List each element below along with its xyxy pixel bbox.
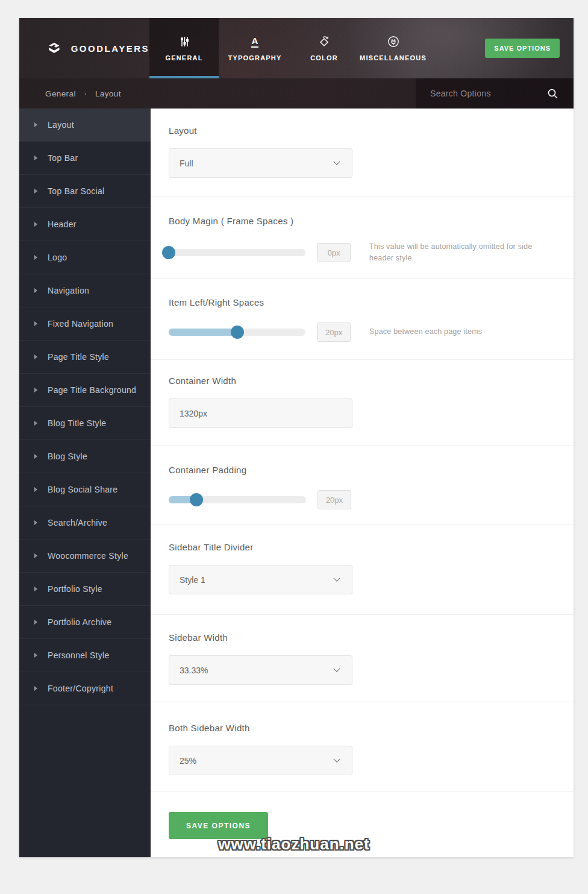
sidebar-item-header[interactable]: Header xyxy=(19,208,151,241)
sidebar-width-select[interactable]: 33.33% xyxy=(169,655,352,685)
search-options-input[interactable] xyxy=(430,89,547,98)
container-padding-label: Container Padding xyxy=(169,465,553,475)
sidebar-item-label: Portfolio Archive xyxy=(48,617,111,627)
sidebar-item-personnel-style[interactable]: Personnel Style xyxy=(19,639,151,672)
both-sidebar-width-label: Both Sidebar Width xyxy=(169,723,553,733)
plug-icon xyxy=(387,35,400,48)
item-spaces-value: 20px xyxy=(317,323,351,342)
sidebar-item-label: Navigation xyxy=(48,286,89,295)
sidebar-item-portfolio-style[interactable]: Portfolio Style xyxy=(19,573,151,606)
sidebar-item-fixed-navigation[interactable]: Fixed Navigation xyxy=(19,307,151,341)
layout-select[interactable]: Full xyxy=(169,148,352,178)
chevron-right-icon xyxy=(34,156,37,160)
chevron-right-icon xyxy=(34,487,37,492)
breadcrumb-bar: General › Layout xyxy=(19,78,574,109)
tab-miscellaneous[interactable]: MISCELLANEOUS xyxy=(357,18,429,78)
sidebar-item-label: Fixed Navigation xyxy=(48,319,113,329)
chevron-down-icon xyxy=(333,665,340,672)
section-container-width: Container Width xyxy=(151,360,574,446)
both-sidebar-width-select[interactable]: 25% xyxy=(169,746,352,775)
tab-typography[interactable]: A TYPOGRAPHY xyxy=(219,18,291,78)
section-sidebar-width: Sidebar Width 33.33% xyxy=(151,615,574,702)
sidebar-item-top-bar[interactable]: Top Bar xyxy=(19,142,151,175)
sidebar-item-portfolio-archive[interactable]: Portfolio Archive xyxy=(19,606,151,639)
container-padding-value: 20px xyxy=(317,490,351,509)
both-sidebar-width-value: 25% xyxy=(180,756,196,766)
body-margin-value: 0px xyxy=(317,243,351,262)
chevron-right-icon xyxy=(34,388,37,392)
search-icon[interactable] xyxy=(547,88,558,99)
chevron-right-icon xyxy=(34,189,37,194)
typography-icon: A xyxy=(251,35,259,48)
item-spaces-slider[interactable] xyxy=(169,329,305,336)
section-body-margin: Body Magin ( Frame Spaces ) 0px This val… xyxy=(151,197,574,279)
slider-handle[interactable] xyxy=(162,246,175,259)
search-zone xyxy=(416,78,574,109)
sidebar-item-blog-style[interactable]: Blog Style xyxy=(19,440,151,473)
sidebar-item-top-bar-social[interactable]: Top Bar Social xyxy=(19,175,151,208)
container-width-input[interactable] xyxy=(169,398,352,428)
sidebar-item-blog-title-style[interactable]: Blog Title Style xyxy=(19,407,151,440)
sidebar-item-label: Woocommerce Style xyxy=(48,551,128,561)
section-both-sidebar-width: Both Sidebar Width 25% xyxy=(151,702,574,792)
tab-miscellaneous-label: MISCELLANEOUS xyxy=(360,54,427,61)
chevron-down-icon xyxy=(333,158,340,165)
tab-color[interactable]: COLOR xyxy=(291,18,357,78)
container-width-label: Container Width xyxy=(169,376,553,386)
sidebar-item-label: Search/Archive xyxy=(48,518,107,527)
app-header: GOODLAYERS GENERAL A TYP xyxy=(19,18,574,78)
sidebar-item-logo[interactable]: Logo xyxy=(19,241,151,274)
sidebar-item-label: Logo xyxy=(48,253,67,262)
sidebar-item-label: Header xyxy=(48,219,77,229)
chevron-right-icon xyxy=(34,321,37,326)
chevron-down-icon xyxy=(333,574,340,581)
body-margin-desc: This value will be automatically omitted… xyxy=(369,241,553,265)
tab-general[interactable]: GENERAL xyxy=(149,18,219,78)
slider-handle[interactable] xyxy=(190,493,203,506)
chevron-right-icon xyxy=(34,354,37,359)
save-options-button-top[interactable]: SAVE OPTIONS xyxy=(485,39,560,58)
sidebar-title-divider-label: Sidebar Title Divider xyxy=(169,542,553,552)
chevron-right-icon xyxy=(34,686,37,691)
sidebar-item-label: Layout xyxy=(48,120,74,130)
sidebar-item-label: Portfolio Style xyxy=(48,584,102,594)
body-margin-slider[interactable] xyxy=(169,249,305,256)
sidebar-item-footer-copyright[interactable]: Footer/Copyright xyxy=(19,672,151,705)
options-main: Layout Full Body Magin ( Frame Spaces ) … xyxy=(151,109,574,857)
sidebar-item-woocommerce-style[interactable]: Woocommerce Style xyxy=(19,540,151,573)
chevron-right-icon xyxy=(34,222,37,227)
tab-general-label: GENERAL xyxy=(165,54,202,61)
sidebar-item-label: Top Bar Social xyxy=(48,186,104,196)
layout-label: Layout xyxy=(169,125,553,136)
chevron-right-icon xyxy=(34,620,37,625)
chevron-right-icon xyxy=(34,520,37,525)
body-margin-label: Body Magin ( Frame Spaces ) xyxy=(169,216,553,226)
breadcrumb-separator-icon: › xyxy=(84,90,87,97)
slider-handle[interactable] xyxy=(231,326,244,339)
sidebar-title-divider-select[interactable]: Style 1 xyxy=(169,565,352,594)
sidebar-item-label: Blog Social Share xyxy=(48,485,117,494)
sidebar-item-page-title-background[interactable]: Page Title Background xyxy=(19,374,151,407)
chevron-right-icon xyxy=(34,553,37,558)
chevron-right-icon xyxy=(34,288,37,293)
sidebar-item-layout[interactable]: Layout xyxy=(19,109,151,142)
section-sidebar-title-divider: Sidebar Title Divider Style 1 xyxy=(151,524,574,615)
sidebar-item-navigation[interactable]: Navigation xyxy=(19,274,151,307)
sidebar-item-blog-social-share[interactable]: Blog Social Share xyxy=(19,473,151,506)
logo-text: GOODLAYERS xyxy=(71,43,149,54)
section-item-spaces: Item Left/Right Spaces 20px Space betwee… xyxy=(151,279,574,360)
layout-select-value: Full xyxy=(180,159,193,168)
breadcrumb-general[interactable]: General xyxy=(45,89,76,98)
sidebar-item-label: Footer/Copyright xyxy=(48,684,113,693)
sidebar-title-divider-value: Style 1 xyxy=(180,575,205,585)
chevron-right-icon xyxy=(34,454,37,459)
chevron-right-icon xyxy=(34,587,37,591)
container-padding-slider[interactable] xyxy=(169,496,306,503)
goodlayers-logo: GOODLAYERS xyxy=(19,18,149,78)
sidebar-item-search-archive[interactable]: Search/Archive xyxy=(19,506,151,540)
chevron-right-icon xyxy=(34,421,37,426)
sidebar-item-page-title-style[interactable]: Page Title Style xyxy=(19,341,151,374)
sidebar-item-label: Blog Title Style xyxy=(48,418,106,428)
chevron-right-icon xyxy=(34,122,37,127)
header-tabs: GENERAL A TYPOGRAPHY COLOR xyxy=(149,18,429,78)
